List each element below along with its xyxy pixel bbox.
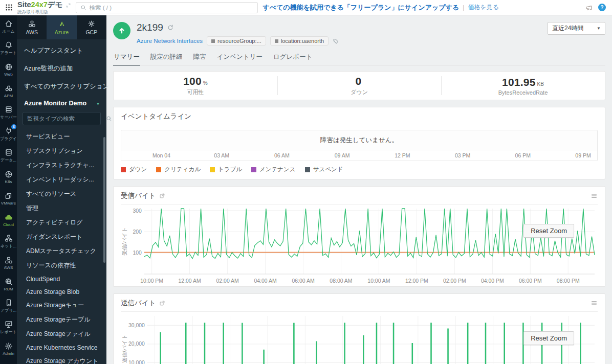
chart-menu-icon[interactable]	[591, 192, 598, 199]
sidebar-top-item[interactable]: Azure監視の追加	[17, 60, 106, 78]
rail-item-vmware[interactable]: VMware	[0, 188, 17, 209]
timeline-tick: 06 PM	[515, 152, 531, 158]
rail-item-gear[interactable]: Admin	[0, 338, 17, 359]
rail-item-bell[interactable]: アラート	[0, 37, 17, 59]
sidebar-item[interactable]: CloudSpend	[17, 272, 106, 285]
monitor-tab[interactable]: 設定の詳細	[150, 50, 183, 66]
tag-chip[interactable]: resourceGroup:...	[207, 36, 266, 46]
sidebar-item[interactable]: インフラストラクチャ...	[17, 158, 106, 172]
app-grid-icon[interactable]	[0, 4, 17, 11]
monitor-tab[interactable]: インベントリー	[216, 50, 263, 66]
rail-item-rum[interactable]: RUM	[0, 274, 17, 295]
rail-item-label: プラグイン	[0, 136, 17, 142]
rail-item-plug[interactable]: 8 プラグイン	[0, 123, 17, 145]
sidebar-item[interactable]: サービスビュー	[17, 129, 106, 144]
svg-text:08:00 AM: 08:00 AM	[330, 278, 352, 284]
tag-square-icon	[275, 39, 278, 43]
legend-item[interactable]: クリティカル	[156, 166, 201, 173]
svg-text:200: 200	[133, 229, 142, 235]
tag-chip[interactable]: location:uaenorth	[270, 36, 329, 46]
rail-item-cloud[interactable]: Cloud	[0, 209, 17, 231]
rail-item-k8s[interactable]: K8s	[0, 166, 17, 188]
monitor-tabs: サマリー 設定の詳細 障害 インベントリー ログレポート	[113, 50, 605, 66]
monitor-tab[interactable]: サマリー	[113, 50, 140, 66]
time-range-select[interactable]: 直近24時間 ▼	[548, 22, 605, 35]
monitor-header: 2k199 Azure Network Interfaces resourceG…	[113, 22, 605, 46]
legend-item[interactable]: トラブル	[210, 166, 242, 173]
provider-tab-aws[interactable]: AWS	[17, 15, 47, 39]
sidebar-top-item[interactable]: すべてのサブスクリプション	[17, 78, 106, 96]
rail-item-server[interactable]: サーバー	[0, 102, 17, 123]
rail-item-binoculars[interactable]: APM	[0, 80, 17, 102]
search-input[interactable]	[90, 5, 253, 11]
rail-item-mobile[interactable]: アプリ...	[0, 295, 17, 316]
sidebar-item[interactable]: アクティビティログ	[17, 215, 106, 230]
refresh-icon[interactable]	[167, 24, 174, 31]
cloud-provider-tabs: AWS Azure GCP	[17, 15, 106, 39]
svg-text:08:00 PM: 08:00 PM	[557, 278, 580, 284]
legend-swatch	[210, 167, 215, 172]
rail-icon	[5, 148, 13, 156]
rail-item-aws[interactable]: AWS	[0, 252, 17, 274]
legend-item[interactable]: サスペンド	[305, 166, 343, 173]
summary-stats: 100 % 可用性 0 ダウン 101.95 KB BytesRecei	[113, 71, 605, 100]
announcements-icon[interactable]	[585, 4, 593, 11]
sidebar-item[interactable]: インベントリーダッシ...	[17, 172, 106, 187]
pricing-link[interactable]: 価格を見る	[468, 3, 499, 12]
legend-item[interactable]: ダウン	[121, 166, 147, 173]
svg-text:06:00 PM: 06:00 PM	[519, 278, 542, 284]
legend-swatch	[305, 167, 310, 172]
provider-tab-label: AWS	[26, 29, 38, 35]
sidebar-item[interactable]: Azure Storage アカウント	[17, 354, 106, 364]
rail-item-database[interactable]: データ...	[0, 145, 17, 166]
sidebar-item[interactable]: ガイダンスレポート	[17, 230, 106, 244]
sidebar-item[interactable]: Azure Storageファイル	[17, 327, 106, 341]
rail-item-globe[interactable]: Web	[0, 59, 17, 80]
sidebar-item[interactable]: 管理	[17, 201, 106, 215]
sidebar-item[interactable]: ADMステータスチェック	[17, 244, 106, 258]
reset-zoom-button[interactable]: Reset Zoom	[523, 224, 574, 238]
nav-rail: ホーム アラート Web APM サーバー 8 プラグイン	[0, 15, 17, 364]
sidebar-item[interactable]: Azure Kubernetes Service	[17, 341, 106, 354]
sidebar-item[interactable]: サブスクリプション	[17, 144, 106, 158]
sidebar-item[interactable]: Azure Storage Blob	[17, 285, 106, 298]
monitor-type-search[interactable]	[23, 112, 101, 125]
tag-icon[interactable]	[333, 38, 339, 44]
monitor-type-link[interactable]: Azure Network Interfaces	[137, 38, 203, 44]
site24x7-logo[interactable]: Site24x7デモ 読み取り専用版	[17, 1, 63, 14]
sent-bytes-plot[interactable]: 10:00 PM12:00 AM02:00 AM04:00 AM06:00 AM…	[121, 313, 598, 364]
sidebar-item[interactable]: Azure Storageテーブル	[17, 312, 106, 327]
global-search[interactable]	[76, 2, 258, 13]
help-icon[interactable]: ?	[598, 4, 606, 11]
provider-tab-azure[interactable]: Azure	[47, 15, 76, 39]
account-selector[interactable]: Azure Monitor Demo ▾	[17, 96, 106, 110]
rail-icon	[5, 63, 13, 71]
monitor-type-search-input[interactable]	[27, 116, 106, 122]
topbar-right: ?	[585, 4, 612, 11]
timeline-tick: 06 AM	[274, 152, 290, 158]
monitor-tab[interactable]: ログレポート	[273, 50, 313, 66]
rail-item-label: レポート	[0, 329, 17, 335]
signup-link[interactable]: すべての機能を試用できる「フリープラン」にサインアップする	[263, 3, 460, 12]
sidebar-item[interactable]: すべてのリソース	[17, 187, 106, 201]
legend-item[interactable]: メンテナンス	[251, 166, 296, 173]
rail-item-home[interactable]: ホーム	[0, 16, 17, 37]
stat-label: ダウン	[351, 88, 368, 96]
no-outage-message: 障害は発生していません。	[121, 130, 597, 150]
sidebar-item[interactable]: リソースの依存性	[17, 258, 106, 272]
reset-zoom-button[interactable]: Reset Zoom	[523, 331, 574, 345]
sidebar-item[interactable]: Azure Storageキュー	[17, 298, 106, 312]
expand-arrows-icon[interactable]	[66, 3, 71, 8]
search-icon	[80, 5, 86, 11]
chart-menu-icon[interactable]	[591, 300, 598, 307]
rail-item-report[interactable]: レポート	[0, 316, 17, 338]
sidebar-top-item[interactable]: ヘルプアシスタント	[17, 42, 106, 60]
sidebar-scrollbar[interactable]	[103, 137, 105, 263]
received-bytes-plot[interactable]: 10:00 PM12:00 AM02:00 AM04:00 AM06:00 AM…	[121, 206, 598, 286]
provider-tab-gcp[interactable]: GCP	[77, 15, 106, 39]
rail-item-network[interactable]: ネット...	[0, 231, 17, 252]
expand-chart-icon[interactable]	[159, 300, 165, 306]
count-badge: 8	[11, 124, 16, 129]
expand-chart-icon[interactable]	[159, 193, 165, 199]
monitor-tab[interactable]: 障害	[193, 50, 207, 66]
